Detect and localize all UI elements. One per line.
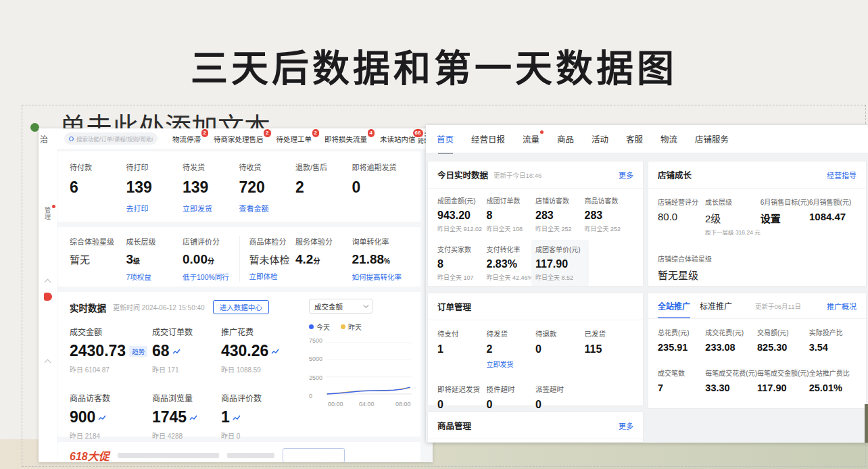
notification-badge: 2 <box>201 129 208 137</box>
sidebar-red-icon[interactable] <box>44 293 52 301</box>
y-tick: 5000 <box>309 355 326 362</box>
today-data-card: 今日实时数据 更新于今日18:46 更多 成团金额(元) 943.20 昨日全天… <box>427 161 644 287</box>
nav-item-logistics-stalled[interactable]: 物流停滞 2 <box>172 134 201 144</box>
metric-label: 成交笔数 <box>658 368 705 378</box>
chevron-up-icon[interactable] <box>45 279 51 286</box>
metric-label: 店铺经营评分 <box>658 197 705 207</box>
store-metric-link[interactable]: 立即体检 <box>249 271 296 281</box>
search-placeholder: 搜索功能/订单/课程/规则/帮助/服务 <box>76 134 153 143</box>
metric-cell: 每笔成交金额(元) 117.90 <box>757 368 809 393</box>
product-management-card: 商品管理 更多 <box>427 412 644 443</box>
order-value: 0 <box>487 399 536 411</box>
metric-cell: 店铺经营评分 80.0 <box>658 197 705 236</box>
trend-icon[interactable] <box>172 348 180 355</box>
nav-item-traffic-loss[interactable]: 即将损失流量 4 <box>324 134 367 144</box>
tab-store-services[interactable]: 店铺服务 <box>695 132 729 145</box>
nav-label: 待处理工单 <box>276 135 312 143</box>
todo-action-link[interactable]: 查看金额 <box>239 203 296 214</box>
promotion-overview-link[interactable]: 推广概况 <box>827 301 857 312</box>
more-link[interactable]: 更多 <box>619 420 633 431</box>
promo-button[interactable] <box>283 448 345 462</box>
card-title: 店铺成长 <box>658 168 692 181</box>
metric-prev: 昨日 2184 <box>70 430 152 441</box>
search-icon <box>69 137 74 141</box>
metric-value: 68 <box>152 342 170 360</box>
more-link[interactable]: 更多 <box>619 170 633 180</box>
promo-banner[interactable]: 618大促 <box>57 442 420 462</box>
set-target-link[interactable]: 设置 <box>761 211 809 225</box>
order-value: 0 <box>535 399 585 411</box>
metric-cell: 成交订单数 68 昨日 171 <box>152 326 221 374</box>
legend-today[interactable]: 今天 <box>309 322 330 332</box>
trend-icon[interactable] <box>189 414 197 421</box>
data-center-button[interactable]: 进入数据中心 <box>213 300 269 314</box>
chevron-up-icon[interactable] <box>45 360 51 366</box>
promotion-metrics: 总花费(元) 235.91 成交花费(元) 233.08 交易额(元) 825.… <box>648 319 866 401</box>
metric-value: 233.08 <box>705 342 757 353</box>
tab-home[interactable]: 首页 <box>437 132 454 145</box>
metric-value: 825.30 <box>757 342 809 353</box>
store-metric-link[interactable]: 如何提高转化率 <box>352 272 409 282</box>
order-cell: 待发货 2 立即发货 <box>487 328 536 369</box>
tab-standard-promotion[interactable]: 标准推广 <box>700 300 732 312</box>
store-growth-card: 店铺成长 经营指导 店铺经营评分 80.0 成长层级 2级 距下一层级 316.… <box>648 161 867 287</box>
todo-label: 待打印 <box>126 162 183 172</box>
trend-icon[interactable] <box>271 348 279 355</box>
trend-tag[interactable]: 趋势 <box>129 346 147 357</box>
trend-icon[interactable] <box>98 414 106 421</box>
operation-guide-link[interactable]: 经营指导 <box>827 170 857 180</box>
order-label: 已发货 <box>585 328 634 339</box>
star-level-block: 店铺综合体验星级 暂无星级 <box>648 236 866 282</box>
todo-item: 待付款 6 <box>70 162 126 215</box>
metric-cell: 成团金额(元) 943.20 昨日全天 912.02 <box>437 195 487 233</box>
store-metric-link[interactable]: 7项权益 <box>126 272 183 282</box>
store-metric: 服务体验分 4.2分 <box>295 236 352 282</box>
store-metric-value: 4.2 <box>295 252 313 266</box>
tab-logistics[interactable]: 物流 <box>660 132 677 145</box>
tab-products[interactable]: 商品 <box>557 132 574 145</box>
todo-label: 即将逾期发货 <box>352 162 409 172</box>
metric-label: 全站推广费比 <box>809 368 857 378</box>
store-metric-label: 商品体检分 <box>249 236 296 247</box>
promo-text-placeholder <box>227 453 274 458</box>
clipped-labels <box>428 439 643 443</box>
tab-activities[interactable]: 活动 <box>592 132 608 145</box>
order-value: 0 <box>535 343 585 355</box>
tab-daily-report[interactable]: 经营日报 <box>471 132 505 145</box>
metric-label: 每笔成交金额(元) <box>757 368 809 378</box>
legend-dot-yesterday <box>341 324 345 329</box>
order-label: 待发货 <box>487 328 536 339</box>
left-top-nav: 物流停滞 2 待商家处理售后 2 待处理工单 2 即将损失流量 4 未读站内信 … <box>172 134 416 144</box>
todo-label: 待收货 <box>239 162 296 172</box>
order-cell: 派签超时 0 <box>535 384 585 411</box>
metric-value: 900 <box>70 408 95 426</box>
red-dot-badge <box>52 205 55 208</box>
metric-prev: 昨日 4288 <box>152 430 221 441</box>
metric-value: 283 <box>585 209 634 222</box>
nav-item-pending-tickets[interactable]: 待处理工单 2 <box>276 134 312 144</box>
nav-label: 未读站内信 <box>380 135 416 143</box>
tab-customer-service[interactable]: 客服 <box>626 132 643 145</box>
todo-action-link[interactable]: 去打印 <box>126 203 183 214</box>
tab-traffic[interactable]: 流量 <box>523 132 539 145</box>
todo-card: 待付款 6 待打印 139 去打印 待发货 139 立即发货 待收货 720 查… <box>57 151 420 222</box>
card-updated: 更新于今日18:46 <box>493 170 541 180</box>
metric-prev: 昨日全天 252 <box>585 224 634 233</box>
ship-now-link[interactable]: 立即发货 <box>487 359 536 369</box>
metric-label: 成团客单价(元) <box>535 244 585 254</box>
nav-item-unread-messages[interactable]: 未读站内信 66 <box>380 134 416 144</box>
legend-yesterday[interactable]: 昨天 <box>341 322 362 332</box>
chart-metric-dropdown[interactable]: 成交金额 <box>309 299 372 314</box>
x-tick: 08:00 <box>395 401 411 408</box>
sidebar-item-manage[interactable]: 管理 <box>43 207 52 220</box>
todo-action-link[interactable]: 立即发货 <box>183 203 239 214</box>
desk-edge-shadow <box>865 404 868 443</box>
metric-label: 总花费(元) <box>658 327 705 337</box>
store-metric-warning-link[interactable]: 低于100%同行 <box>183 272 239 282</box>
trend-icon[interactable] <box>233 414 241 421</box>
metric-prev: 昨日 6104.87 <box>70 364 152 374</box>
search-input[interactable]: 搜索功能/订单/课程/规则/帮助/服务 <box>64 132 158 145</box>
metric-value: 80.0 <box>658 211 705 222</box>
nav-item-pending-aftersales[interactable]: 待商家处理售后 2 <box>214 134 264 144</box>
tab-sitewide-promotion[interactable]: 全站推广 <box>658 300 690 312</box>
